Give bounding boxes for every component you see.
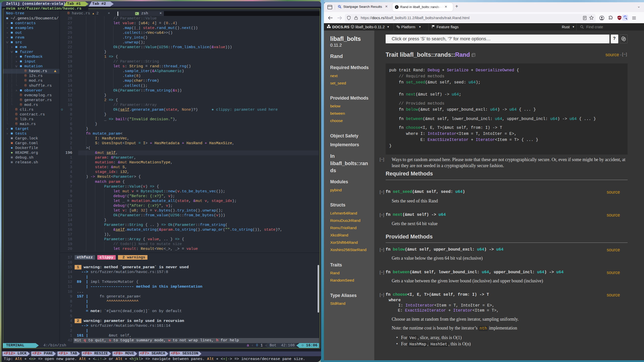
svg-text:R: R <box>396 6 397 8</box>
svg-text:uO: uO <box>618 17 621 19</box>
